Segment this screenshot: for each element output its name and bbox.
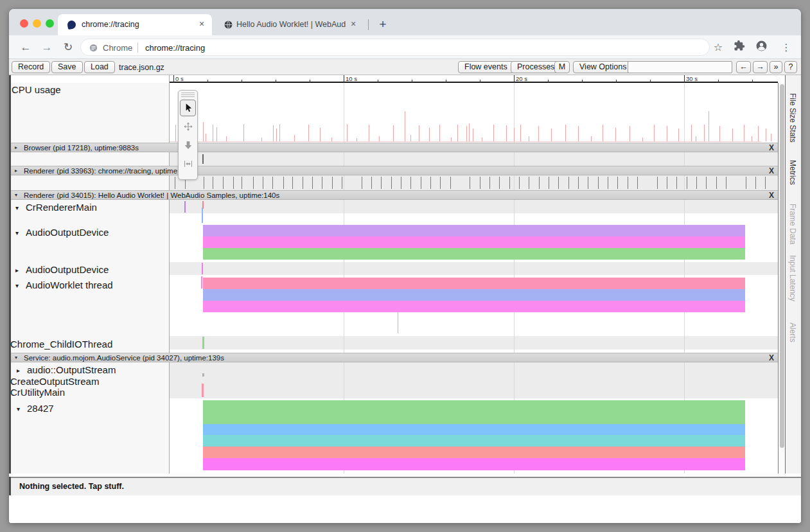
event-tick[interactable]: [312, 177, 313, 189]
event-mark[interactable]: [202, 263, 203, 274]
process-header-renderer-tracing[interactable]: ▸ Renderer (pid 33963): chrome://tracing…: [11, 166, 778, 175]
thread-audiooutputdevice-2[interactable]: ▸AudioOutputDevice: [15, 264, 109, 275]
event-tick[interactable]: [292, 177, 293, 189]
thread-28427[interactable]: ▾28427: [17, 403, 54, 414]
event-tick[interactable]: [499, 177, 500, 189]
event-tick[interactable]: [489, 177, 490, 189]
event-tick[interactable]: [568, 177, 569, 189]
event-tick[interactable]: [716, 177, 717, 189]
trace-slice-bar[interactable]: [203, 236, 745, 248]
event-tick[interactable]: [539, 177, 540, 189]
trace-slice-bar[interactable]: [203, 424, 745, 435]
zoom-tool-button[interactable]: [180, 137, 196, 154]
collapse-arrow-icon[interactable]: ▸: [15, 145, 17, 150]
event-mark[interactable]: [202, 154, 204, 164]
event-tick[interactable]: [687, 177, 687, 189]
event-tick[interactable]: [272, 177, 273, 189]
event-tick[interactable]: [391, 177, 392, 189]
tab-metrics[interactable]: Metrics: [788, 160, 797, 185]
event-tick[interactable]: [263, 177, 263, 189]
event-mark[interactable]: [398, 312, 398, 333]
collapse-arrow-icon[interactable]: ▾: [15, 355, 17, 360]
event-mark[interactable]: [202, 373, 204, 377]
event-tick[interactable]: [401, 177, 401, 189]
thread-audio-outputstream[interactable]: ▸audio::OutputStream: [17, 364, 116, 375]
trace-slice-bar[interactable]: [203, 435, 745, 447]
close-track-icon[interactable]: X: [769, 166, 774, 175]
trace-slice-bar[interactable]: [203, 400, 745, 424]
event-tick[interactable]: [628, 177, 628, 189]
trace-slice-bar[interactable]: [203, 289, 745, 301]
close-track-icon[interactable]: X: [769, 191, 774, 200]
event-tick[interactable]: [371, 177, 372, 189]
event-tick[interactable]: [529, 177, 529, 189]
thread-createoutputstream[interactable]: CreateOutputStream: [10, 376, 99, 387]
trace-slice-bar[interactable]: [203, 458, 745, 470]
event-tick[interactable]: [253, 177, 254, 189]
close-track-icon[interactable]: X: [769, 143, 774, 152]
event-tick[interactable]: [746, 177, 746, 189]
event-tick[interactable]: [213, 177, 213, 189]
event-tick[interactable]: [480, 177, 480, 189]
trace-slice-bar[interactable]: [203, 225, 745, 236]
event-tick[interactable]: [637, 177, 638, 189]
event-tick[interactable]: [223, 177, 224, 189]
event-mark[interactable]: [202, 384, 204, 397]
event-tick[interactable]: [519, 177, 520, 189]
collapse-arrow-icon[interactable]: ▾: [15, 229, 26, 236]
trace-slice-bar[interactable]: [203, 301, 745, 312]
event-tick[interactable]: [440, 177, 441, 189]
timing-tool-button[interactable]: [180, 156, 196, 173]
event-tick[interactable]: [450, 177, 451, 189]
event-tick[interactable]: [696, 177, 697, 189]
event-mark[interactable]: [202, 337, 204, 349]
event-tick[interactable]: [667, 177, 667, 189]
event-tick[interactable]: [706, 177, 707, 189]
process-header-renderer-audio[interactable]: ▾ Renderer (pid 34015): Hello Audio Work…: [11, 190, 778, 200]
event-tick[interactable]: [509, 177, 510, 189]
collapse-arrow-icon[interactable]: ▾: [15, 192, 17, 198]
event-tick[interactable]: [608, 177, 608, 189]
event-tick[interactable]: [381, 177, 382, 189]
event-tick[interactable]: [578, 177, 579, 189]
event-tick[interactable]: [588, 177, 588, 189]
event-tick[interactable]: [332, 177, 333, 189]
event-tick[interactable]: [342, 177, 342, 189]
event-tick[interactable]: [549, 177, 549, 189]
event-tick[interactable]: [470, 177, 470, 189]
event-tick[interactable]: [755, 177, 756, 189]
thread-audiooutputdevice-1[interactable]: ▾AudioOutputDevice: [15, 227, 109, 238]
event-tick[interactable]: [726, 177, 726, 189]
collapse-arrow-icon[interactable]: ▾: [15, 204, 26, 211]
event-tick[interactable]: [175, 177, 175, 189]
tab-file-size-stats[interactable]: File Size Stats: [788, 93, 797, 143]
vertical-scrollbar[interactable]: [778, 83, 785, 474]
event-tick[interactable]: [598, 177, 599, 189]
thread-audioworklet[interactable]: ▾AudioWorklet thread: [15, 279, 113, 290]
event-tick[interactable]: [242, 177, 242, 189]
event-tick[interactable]: [676, 177, 677, 189]
collapse-arrow-icon[interactable]: ▸: [15, 267, 26, 274]
event-tick[interactable]: [765, 177, 766, 189]
event-tick[interactable]: [283, 177, 284, 189]
thread-crutilitymain[interactable]: CrUtilityMain: [10, 387, 65, 398]
close-track-icon[interactable]: X: [769, 353, 774, 362]
thread-crrenderermain[interactable]: ▾CrRendererMain: [15, 202, 97, 213]
event-mark[interactable]: [184, 201, 186, 213]
event-tick[interactable]: [303, 177, 303, 189]
event-tick[interactable]: [322, 177, 322, 189]
time-ruler[interactable]: 0 s10 s20 s30 s: [170, 75, 778, 83]
trace-slice-bar[interactable]: [203, 278, 745, 289]
event-tick[interactable]: [233, 177, 234, 189]
palette-grip-handle[interactable]: [181, 93, 195, 98]
collapse-arrow-icon[interactable]: ▸: [17, 367, 27, 374]
event-mark[interactable]: [201, 276, 202, 288]
process-header-browser[interactable]: ▸ Browser (pid 17218), uptime:9883s X: [11, 143, 778, 152]
pan-tool-button[interactable]: [180, 119, 196, 136]
trace-slice-bar[interactable]: [203, 248, 745, 260]
event-mark[interactable]: [202, 208, 203, 223]
scrollbar-thumb[interactable]: [780, 84, 784, 448]
event-tick[interactable]: [430, 177, 431, 189]
collapse-arrow-icon[interactable]: ▾: [17, 405, 27, 412]
select-tool-button[interactable]: [180, 100, 196, 116]
